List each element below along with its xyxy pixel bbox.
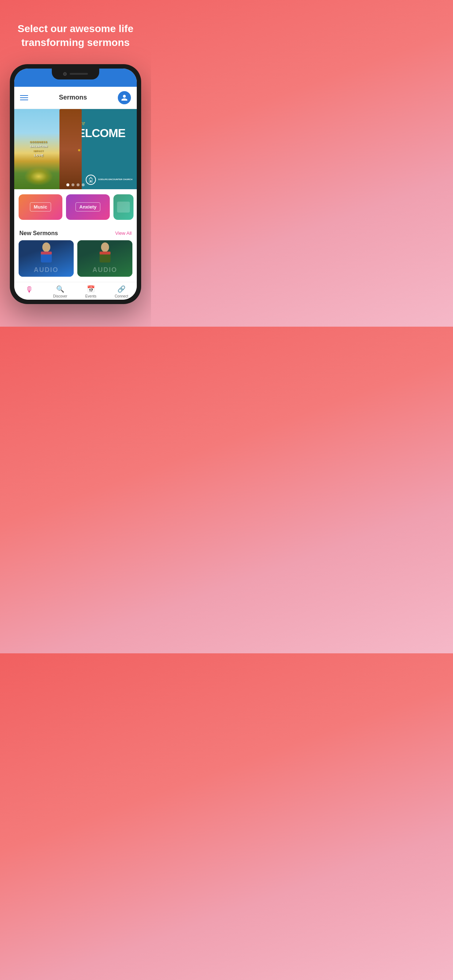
profile-icon — [121, 94, 128, 101]
hero-title: Select our awesome life transforming ser… — [11, 22, 140, 49]
phone-wrapper: Sermons GOODNESS SALVATION — [10, 64, 141, 304]
dot-2[interactable] — [72, 183, 74, 186]
notch-speaker — [70, 73, 88, 75]
sermon-card-2[interactable]: AUDIO — [77, 240, 132, 277]
view-all-button[interactable]: View All — [115, 231, 132, 236]
audio-label-2: AUDIO — [93, 266, 118, 274]
banner-slide: GOODNESS SALVATION IMPACT LOVE You're WE — [14, 109, 137, 189]
notch-bar — [14, 68, 137, 87]
svg-rect-2 — [41, 251, 52, 255]
category-third[interactable] — [113, 194, 134, 220]
sermon-card-2-bg: AUDIO — [77, 240, 132, 277]
word-love: LOVE — [17, 153, 61, 158]
notch-camera — [63, 72, 67, 76]
banner-carousel: GOODNESS SALVATION IMPACT LOVE You're WE — [14, 109, 137, 189]
profile-button[interactable] — [118, 91, 131, 104]
carousel-dots — [66, 183, 85, 186]
hero-section: Select our awesome life transforming ser… — [0, 0, 151, 60]
anxiety-label-border: Anxiety — [75, 202, 100, 212]
bottom-nav: 🎙 🔍 Discover 📅 Events 🔗 Connect — [14, 282, 137, 300]
sermon-card-1-bg: AUDIO — [19, 240, 74, 277]
nav-item-connect[interactable]: 🔗 Connect — [106, 285, 137, 298]
banner-left: GOODNESS SALVATION IMPACT LOVE — [14, 109, 63, 189]
word-salvation: SALVATION — [17, 145, 61, 148]
connect-label: Connect — [115, 294, 128, 298]
new-sermons-title: New Sermons — [19, 230, 58, 237]
pastor-silhouette-2 — [96, 242, 114, 263]
phone-inner: Sermons GOODNESS SALVATION — [14, 68, 137, 300]
door-knob — [78, 149, 80, 151]
nav-item-events[interactable]: 📅 Events — [75, 285, 106, 298]
audio-label-1: AUDIO — [34, 266, 59, 274]
discover-icon: 🔍 — [56, 285, 64, 293]
door-visual — [59, 109, 81, 189]
banner-words: GOODNESS SALVATION IMPACT LOVE — [17, 140, 61, 158]
category-anxiety[interactable]: Anxiety — [66, 194, 110, 220]
phone-outer: Sermons GOODNESS SALVATION — [10, 64, 141, 304]
church-icon — [88, 177, 94, 183]
notch — [52, 68, 99, 80]
church-name: GODLIFE ENCOUNTER CHURCH — [98, 178, 132, 181]
svg-point-0 — [42, 242, 50, 252]
header-title: Sermons — [59, 94, 87, 101]
events-icon: 📅 — [87, 285, 95, 293]
discover-label: Discover — [53, 294, 67, 298]
sunburst — [24, 167, 53, 186]
music-label-border: Music — [30, 202, 51, 212]
nav-item-discover[interactable]: 🔍 Discover — [45, 285, 75, 298]
third-label — [117, 202, 130, 213]
app-header: Sermons — [14, 87, 137, 109]
connect-icon: 🔗 — [118, 285, 126, 293]
pastor-silhouette-1 — [37, 242, 56, 263]
church-logo-area: GODLIFE ENCOUNTER CHURCH — [86, 175, 132, 185]
sermon-card-1[interactable]: AUDIO — [19, 240, 74, 277]
categories-row: Music Anxiety — [14, 189, 137, 225]
hamburger-button[interactable] — [20, 95, 28, 100]
church-icon-circle — [86, 175, 96, 185]
word-impact: IMPACT — [17, 150, 61, 153]
events-label: Events — [85, 294, 97, 298]
dot-3[interactable] — [77, 183, 80, 186]
new-sermons-header: New Sermons View All — [14, 225, 137, 240]
nav-item-mic[interactable]: 🎙 — [14, 285, 45, 298]
word-goodness: GOODNESS — [17, 140, 61, 144]
dot-4[interactable] — [82, 183, 85, 186]
sermon-cards-row: AUDIO AUDIO — [14, 240, 137, 282]
dot-1[interactable] — [66, 183, 69, 186]
category-music[interactable]: Music — [19, 194, 62, 220]
mic-icon: 🎙 — [26, 285, 33, 294]
svg-point-3 — [101, 242, 109, 252]
svg-rect-5 — [100, 251, 110, 255]
